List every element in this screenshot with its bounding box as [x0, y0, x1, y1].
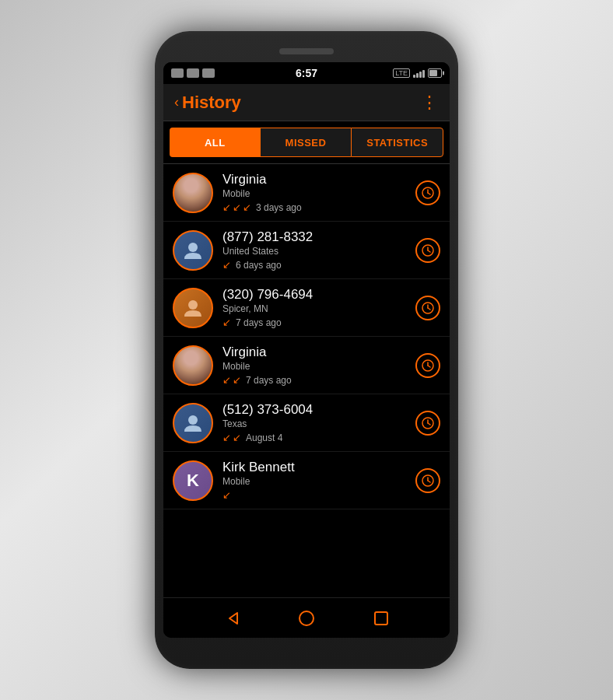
battery-fill — [429, 70, 437, 76]
nav-back-icon — [223, 610, 240, 627]
call-arrows-6: ↙ — [222, 489, 406, 501]
call-info-3: (320) 796-4694 Spicer, MN ↙ 7 days ago — [222, 287, 406, 328]
arrow-4a: ↙ — [222, 374, 231, 386]
svg-line-6 — [428, 250, 430, 252]
nav-home-icon — [298, 610, 315, 627]
tab-all[interactable]: ALL — [170, 128, 261, 157]
call-name-2: (877) 281-8332 — [222, 229, 406, 245]
svg-line-21 — [428, 481, 430, 482]
avatar-kirk: K — [173, 460, 213, 501]
history-btn-1[interactable] — [415, 180, 440, 205]
phone-speaker — [279, 48, 334, 54]
call-info-2: (877) 281-8332 United States ↙ 6 days ag… — [222, 229, 406, 271]
tab-missed[interactable]: MISSED — [261, 128, 352, 157]
call-name-5: (512) 373-6004 — [222, 402, 406, 418]
nav-recent-icon — [373, 610, 390, 627]
call-arrows-3: ↙ 7 days ago — [222, 317, 406, 328]
back-button[interactable]: ‹ History — [174, 93, 241, 113]
avatar-unknown2 — [173, 288, 213, 328]
nav-back-button[interactable] — [218, 604, 246, 632]
call-subtitle-5: Texas — [222, 418, 406, 429]
call-name-4: Virginia — [222, 345, 406, 360]
call-info-5: (512) 373-6004 Texas ↙ ↙ August 4 — [222, 402, 406, 443]
arrow-1b: ↙ — [233, 201, 241, 213]
arrow-1c: ↙ — [243, 201, 251, 213]
battery-icon — [428, 68, 442, 78]
call-subtitle-3: Spicer, MN — [222, 303, 406, 314]
arrow-6a: ↙ — [222, 489, 231, 501]
avatar-unknown1 — [173, 230, 213, 271]
call-item-2[interactable]: (877) 281-8332 United States ↙ 6 days ag… — [163, 222, 450, 279]
history-btn-5[interactable] — [415, 411, 440, 436]
arrow-2a: ↙ — [222, 259, 231, 271]
clock-icon-4 — [422, 359, 434, 372]
history-btn-3[interactable] — [415, 296, 440, 320]
history-title: History — [182, 93, 241, 113]
nav-bar — [163, 597, 450, 638]
svg-point-23 — [299, 611, 314, 625]
clock-icon-1 — [422, 187, 434, 199]
clock-icon-2 — [422, 244, 434, 257]
app-header: ‹ History ⋮ — [163, 84, 450, 121]
clock-icon-5 — [422, 417, 434, 429]
call-subtitle-4: Mobile — [222, 361, 406, 372]
call-list: Virginia Mobile ↙ ↙ ↙ 3 days ago — [163, 164, 450, 597]
svg-line-10 — [428, 308, 430, 310]
call-info-4: Virginia Mobile ↙ ↙ 7 days ago — [222, 345, 406, 386]
status-time: 6:57 — [296, 67, 317, 79]
call-subtitle-6: Mobile — [222, 476, 406, 487]
svg-point-7 — [188, 300, 198, 310]
status-left-icons — [171, 68, 215, 78]
svg-point-3 — [188, 243, 198, 252]
phone-screen: 6:57 LTE ‹ History ⋮ — [163, 62, 450, 638]
call-arrows-1: ↙ ↙ ↙ 3 days ago — [222, 201, 406, 213]
svg-point-14 — [188, 415, 198, 425]
call-arrows-5: ↙ ↙ August 4 — [222, 432, 406, 443]
call-name-3: (320) 796-4694 — [222, 287, 406, 303]
status-right-icons: LTE — [393, 68, 442, 78]
call-time-5: August 4 — [246, 432, 282, 443]
avatar-virginia1 — [173, 173, 213, 213]
call-name-6: Kirk Bennett — [222, 460, 406, 475]
notification-icon-3 — [202, 68, 215, 78]
call-name-1: Virginia — [222, 172, 406, 187]
call-subtitle-1: Mobile — [222, 188, 406, 199]
call-item-5[interactable]: (512) 373-6004 Texas ↙ ↙ August 4 — [163, 394, 450, 452]
history-btn-2[interactable] — [415, 238, 440, 263]
call-item-6[interactable]: K Kirk Bennett Mobile ↙ — [163, 452, 450, 509]
clock-icon-6 — [422, 474, 434, 487]
notification-icon-1 — [171, 68, 184, 78]
tab-statistics[interactable]: STATISTICS — [351, 128, 443, 157]
svg-line-2 — [428, 193, 430, 194]
signal-bars — [413, 68, 425, 78]
history-btn-4[interactable] — [415, 353, 440, 378]
arrow-5a: ↙ — [222, 432, 231, 443]
call-time-1: 3 days ago — [256, 202, 302, 213]
call-time-4: 7 days ago — [246, 375, 292, 386]
svg-marker-22 — [229, 613, 237, 624]
svg-line-18 — [428, 423, 430, 425]
arrow-1a: ↙ — [222, 201, 231, 213]
lte-badge: LTE — [393, 68, 410, 78]
nav-home-button[interactable] — [292, 604, 321, 632]
avatar-virginia2 — [173, 345, 213, 386]
arrow-3a: ↙ — [222, 317, 231, 328]
clock-icon-3 — [422, 302, 434, 314]
person-icon-3 — [181, 411, 205, 435]
notification-icon-2 — [187, 68, 199, 78]
menu-button[interactable]: ⋮ — [421, 93, 439, 113]
svg-rect-24 — [375, 612, 387, 625]
person-icon-1 — [181, 239, 205, 262]
call-time-3: 7 days ago — [236, 317, 282, 328]
call-item-4[interactable]: Virginia Mobile ↙ ↙ 7 days ago — [163, 337, 450, 394]
call-item-3[interactable]: (320) 796-4694 Spicer, MN ↙ 7 days ago — [163, 279, 450, 337]
status-bar: 6:57 LTE — [163, 62, 450, 84]
nav-recent-button[interactable] — [367, 604, 395, 632]
call-arrows-2: ↙ 6 days ago — [222, 259, 406, 271]
call-item-1[interactable]: Virginia Mobile ↙ ↙ ↙ 3 days ago — [163, 164, 450, 222]
call-time-2: 6 days ago — [236, 260, 282, 271]
back-chevron: ‹ — [174, 94, 179, 110]
person-icon-2 — [181, 296, 205, 320]
history-btn-6[interactable] — [415, 468, 440, 493]
arrow-5b: ↙ — [233, 432, 241, 443]
